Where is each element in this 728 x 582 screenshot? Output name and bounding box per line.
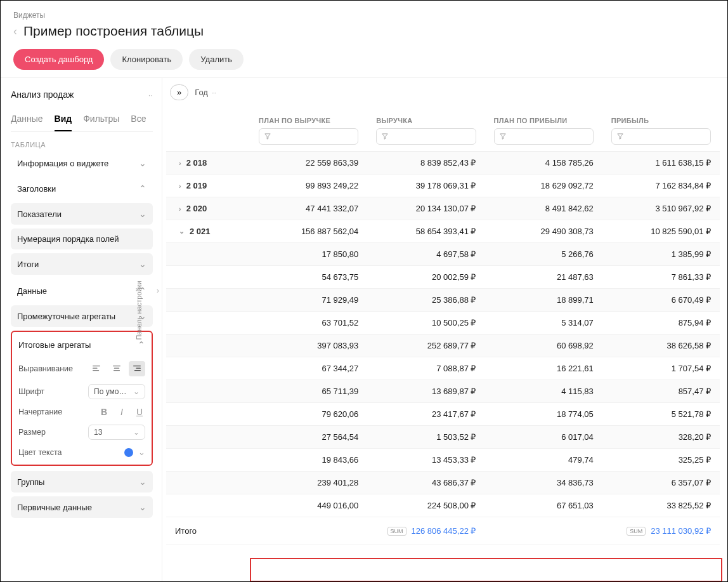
- delete-button[interactable]: Удалить: [189, 49, 244, 70]
- cell-prof: 3 510 967,92 ₽: [602, 197, 720, 220]
- tab-data[interactable]: Данные: [11, 110, 43, 131]
- col-plan-revenue[interactable]: ПЛАН ПО ВЫРУЧКЕ: [250, 107, 367, 128]
- cell-prof: 7 162 834,84 ₽: [602, 175, 720, 197]
- cell-plan-prof: 479,74: [485, 449, 602, 472]
- chevron-down-icon: ⌄: [138, 447, 145, 457]
- font-label: Шрифт: [18, 387, 44, 396]
- cell-plan-prof: 29 490 308,73: [485, 220, 602, 243]
- cell-plan-prof: 34 836,73: [485, 472, 602, 494]
- col-plan-profit[interactable]: ПЛАН ПО ПРИБЫЛИ: [485, 107, 602, 128]
- acc-widget-info[interactable]: Информация о виджете⌄: [11, 152, 153, 174]
- row-label: [166, 472, 250, 494]
- cell-plan-prof: 4 115,83: [485, 380, 602, 403]
- align-center-button[interactable]: [108, 361, 125, 376]
- cell-prof: 38 626,58 ₽: [602, 334, 720, 357]
- chevron-right-icon[interactable]: ›: [179, 205, 181, 213]
- filter-plan-revenue[interactable]: [259, 128, 358, 145]
- acc-intermediate-aggregates[interactable]: Промежуточные агрегаты⌄: [11, 305, 153, 327]
- tab-view[interactable]: Вид: [55, 110, 72, 131]
- cell-plan-rev: 22 559 863,39: [250, 152, 367, 175]
- more-icon[interactable]: ∙∙: [212, 88, 216, 97]
- cell-plan-rev: 19 843,66: [250, 449, 367, 472]
- chevron-down-icon[interactable]: ⌄: [179, 227, 185, 235]
- col-profit[interactable]: ПРИБЫЛЬ: [602, 107, 720, 128]
- font-select[interactable]: По умо…⌄: [88, 384, 145, 399]
- clone-button[interactable]: Клонировать: [110, 49, 183, 70]
- cell-plan-rev: 54 673,75: [250, 266, 367, 289]
- cell-plan-prof: 8 491 842,62: [485, 197, 602, 220]
- align-left-button[interactable]: [88, 361, 105, 376]
- cell-rev: 39 178 069,31 ₽: [367, 175, 484, 197]
- chevron-down-icon: ⌄: [139, 209, 146, 219]
- year-row-toggle[interactable]: ›2 019: [175, 181, 241, 190]
- tab-all[interactable]: Все: [131, 110, 146, 131]
- acc-primary-data[interactable]: Первичные данные⌄: [11, 496, 153, 518]
- breadcrumb[interactable]: Виджеты: [13, 11, 715, 20]
- cell-plan-rev: 99 893 249,22: [250, 175, 367, 197]
- filter-profit[interactable]: [611, 128, 711, 145]
- acc-final-aggregates[interactable]: Итоговые агрегаты⌃: [16, 336, 148, 354]
- cell-prof: 6 670,49 ₽: [602, 289, 720, 312]
- chevron-down-icon: ⌄: [139, 477, 146, 487]
- chevron-down-icon: ⌄: [139, 259, 146, 269]
- section-data-header[interactable]: Данные⌃: [11, 280, 153, 301]
- row-label: [166, 426, 250, 449]
- row-label: [166, 380, 250, 403]
- cell-rev: 8 839 852,43 ₽: [367, 152, 484, 175]
- text-color-picker[interactable]: ⌄: [124, 447, 145, 457]
- cell-plan-prof: 21 487,63: [485, 266, 602, 289]
- cell-rev: 4 697,58 ₽: [367, 243, 484, 266]
- datasource-name: Анализ продаж: [11, 89, 74, 100]
- cell-rev: 10 500,25 ₽: [367, 312, 484, 334]
- text-color-label: Цвет текста: [18, 448, 62, 457]
- filter-plan-profit[interactable]: [494, 128, 594, 145]
- level-chip[interactable]: Год∙∙: [195, 88, 216, 97]
- acc-indicators[interactable]: Показатели⌄: [11, 203, 153, 225]
- cell-rev: 20 134 130,07 ₽: [367, 197, 484, 220]
- size-select[interactable]: 13⌄: [88, 425, 145, 440]
- footer-plan-prof: [485, 517, 602, 545]
- acc-numbering[interactable]: Нумерация порядка полей: [11, 228, 153, 249]
- chevron-right-icon[interactable]: ›: [179, 159, 181, 167]
- row-label: [166, 449, 250, 472]
- year-row-toggle[interactable]: ›2 020: [175, 204, 241, 213]
- cell-plan-prof: 5 314,07: [485, 312, 602, 334]
- row-label: [166, 334, 250, 357]
- cell-plan-rev: 239 401,28: [250, 472, 367, 494]
- bold-button[interactable]: B: [98, 407, 110, 417]
- footer-rev-total: SUM126 806 445,22 ₽: [367, 517, 484, 545]
- acc-totals[interactable]: Итоги⌄: [11, 253, 153, 275]
- chevron-up-icon: ⌃: [138, 340, 145, 350]
- acc-groups[interactable]: Группы⌄: [11, 471, 153, 493]
- cell-rev: 252 689,77 ₽: [367, 334, 484, 357]
- italic-button[interactable]: I: [116, 407, 127, 417]
- filter-revenue[interactable]: [376, 128, 476, 145]
- year-row-toggle[interactable]: ⌄2 021: [175, 227, 241, 236]
- underline-button[interactable]: U: [134, 407, 145, 417]
- cell-prof: 325,25 ₽: [602, 449, 720, 472]
- col-revenue[interactable]: ВЫРУЧКА: [367, 107, 484, 128]
- footer-prof-total: SUM23 111 030,92 ₽: [602, 517, 720, 545]
- datasource-menu-icon[interactable]: ∙∙: [148, 90, 153, 100]
- sidebar-collapse-icon[interactable]: ›: [153, 281, 162, 299]
- cell-plan-rev: 65 711,39: [250, 380, 367, 403]
- highlighted-final-aggregates: Итоговые агрегаты⌃ Выравнивание Шрифт По…: [11, 331, 153, 466]
- cell-plan-rev: 67 344,27: [250, 357, 367, 380]
- create-dashboard-button[interactable]: Создать дашборд: [13, 49, 104, 70]
- chevron-right-icon[interactable]: ›: [179, 182, 181, 190]
- sum-badge: SUM: [627, 527, 646, 536]
- cell-plan-prof: 18 629 092,72: [485, 175, 602, 197]
- align-label: Выравнивание: [18, 364, 73, 373]
- tab-filters[interactable]: Фильтры: [83, 110, 119, 131]
- cell-plan-prof: 6 017,04: [485, 426, 602, 449]
- expand-chip[interactable]: »: [170, 84, 188, 100]
- row-label: [166, 243, 250, 266]
- year-row-toggle[interactable]: ›2 018: [175, 158, 241, 168]
- chevron-down-icon: ⌄: [139, 502, 146, 512]
- chevron-down-icon: ⌄: [133, 387, 140, 396]
- align-right-button[interactable]: [129, 361, 145, 376]
- data-table: ПЛАН ПО ВЫРУЧКЕ ВЫРУЧКА ПЛАН ПО ПРИБЫЛИ …: [166, 107, 720, 545]
- cell-plan-rev: 156 887 562,04: [250, 220, 367, 243]
- back-icon[interactable]: ‹: [13, 25, 17, 38]
- acc-headers[interactable]: Заголовки⌃: [11, 178, 153, 199]
